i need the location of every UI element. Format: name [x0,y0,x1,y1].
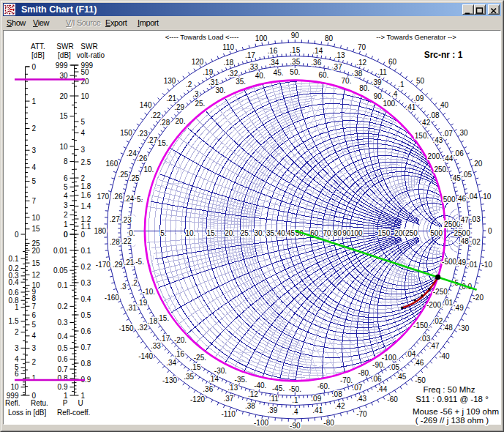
svg-text:40: 40 [440,101,449,109]
svg-text:3: 3 [64,201,68,209]
svg-text:5.: 5. [160,229,166,237]
svg-text:.4: .4 [391,90,398,98]
svg-text:.29: .29 [113,261,123,269]
svg-text:.08: .08 [429,111,440,119]
svg-text:.23: .23 [138,130,148,138]
svg-text:.16: .16 [174,350,184,358]
svg-text:35.: 35. [236,78,246,86]
svg-text:-45.: -45. [272,384,285,392]
svg-text:.42: .42 [420,119,430,127]
svg-text:.28: .28 [159,119,170,127]
svg-text:-20: -20 [473,294,484,302]
svg-text:.12: .12 [248,390,258,398]
svg-text:-20.: -20. [174,336,187,344]
svg-text:.03: .03 [470,215,481,223]
svg-text:50.: 50. [290,68,300,76]
svg-text:.25: .25 [118,171,128,179]
svg-text:.46: .46 [456,195,466,203]
svg-text:Loss in [dB]: Loss in [dB] [8,409,46,417]
svg-text:0.9: 0.9 [58,383,68,391]
svg-text:.3: .3 [192,90,199,98]
svg-text:15.: 15. [206,229,217,237]
svg-text:20.: 20. [176,117,186,125]
svg-text:.11: .11 [377,68,388,76]
svg-text:.26: .26 [113,193,123,201]
svg-text:.07: .07 [352,384,362,392]
svg-text:.04: .04 [467,193,478,201]
svg-text:.18: .18 [147,317,157,325]
svg-text:999: 999 [56,62,68,70]
svg-text:0.8: 0.8 [58,374,68,382]
svg-text:.13: .13 [227,384,238,392]
svg-text:150: 150 [378,229,391,237]
svg-text:4: 4 [15,355,19,363]
svg-text:.41: .41 [312,406,323,414]
svg-text:[dB]: [dB] [31,51,45,59]
svg-text:80: 80 [325,34,334,42]
svg-text:3: 3 [81,146,86,154]
svg-text:.33: .33 [248,63,258,71]
svg-text:-250.: -250. [433,288,450,296]
svg-text:2: 2 [32,124,37,133]
svg-text:-80.: -80. [358,369,371,377]
svg-text:.32: .32 [227,70,238,78]
svg-text:0.7: 0.7 [58,365,68,373]
svg-text:Mouse -56 + j 109 ohm: Mouse -56 + j 109 ohm [413,407,499,416]
svg-text:0.01: 0.01 [53,247,68,255]
svg-text:45.: 45. [274,69,284,77]
svg-text:1.5: 1.5 [9,317,19,325]
svg-text:.14: .14 [312,47,323,55]
svg-text:-50.: -50. [289,385,301,393]
svg-text:4: 4 [64,192,68,200]
svg-text:-70.: -70. [340,376,353,384]
svg-text:10: 10 [483,193,492,201]
svg-text:.24: .24 [127,149,137,157]
svg-text:.09: .09 [413,94,424,103]
svg-text:.21: .21 [166,94,176,103]
svg-text:15: 15 [32,259,41,267]
svg-text:40.: 40. [277,229,287,237]
svg-text:-30.: -30. [214,367,227,375]
svg-text:.07: .07 [443,130,453,138]
svg-text:.22: .22 [121,237,132,245]
svg-text:1: 1 [15,303,19,311]
svg-text:20: 20 [81,78,90,86]
svg-text:40.: 40. [255,72,266,80]
svg-text:.05: .05 [462,171,472,179]
svg-text:-30: -30 [459,324,470,332]
svg-text:1: 1 [32,97,37,105]
svg-text:5: 5 [64,183,68,191]
svg-text:-90: -90 [290,422,301,430]
svg-text:6: 6 [15,370,19,378]
svg-text:90: 90 [291,31,300,40]
svg-text:150.: 150. [415,132,429,140]
svg-text:0.1: 0.1 [58,281,68,289]
svg-text:999: 999 [7,392,19,400]
svg-text:10.: 10. [143,165,154,174]
svg-text:0.8: 0.8 [81,360,91,368]
svg-text:.4: .4 [292,408,298,416]
svg-text:-15.: -15. [157,314,169,322]
svg-text:90.: 90. [374,92,384,100]
svg-text:2: 2 [64,211,68,219]
svg-text:20: 20 [59,92,68,100]
svg-text:10.: 10. [185,229,195,237]
svg-text:0: 0 [15,231,19,239]
svg-text:0.2: 0.2 [58,302,68,310]
svg-text:.35: .35 [184,373,194,381]
svg-text:25.: 25. [195,100,205,108]
svg-text:.41: .41 [405,103,415,111]
svg-text:.19: .19 [203,68,213,76]
svg-text:150: 150 [120,129,132,137]
svg-text:.48: .48 [459,237,469,245]
svg-text:-35.: -35. [235,376,247,384]
svg-text:.44: .44 [443,154,453,163]
svg-text:<---- Towards Load <----: <---- Towards Load <---- [165,33,239,41]
svg-text:10: 10 [10,383,19,391]
svg-text:.36: .36 [311,59,321,67]
svg-text:.43: .43 [432,136,443,144]
svg-text:-100: -100 [254,419,268,427]
svg-text:6: 6 [64,174,68,182]
svg-text:0: 0 [488,227,492,235]
svg-text:50: 50 [416,77,425,85]
